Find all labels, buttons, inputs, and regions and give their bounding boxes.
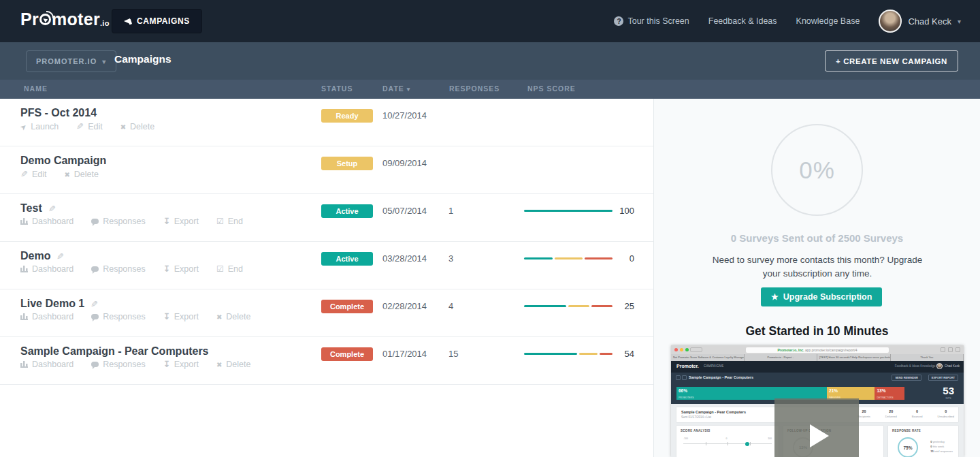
chevron-down-icon: ▾	[958, 18, 961, 25]
comment-icon	[91, 266, 99, 272]
feedback-ideas-label: Feedback & Ideas	[708, 16, 777, 26]
edit-action[interactable]: Edit	[20, 169, 46, 179]
sidebar: 0% 0 Surveys Sent out of 2500 Surveys Ne…	[654, 99, 980, 457]
column-date-sort[interactable]: DATE ▾	[382, 84, 410, 93]
column-responses: RESPONSES	[449, 84, 500, 93]
campaigns-nav-label: CAMPAIGNS	[137, 16, 190, 26]
play-button[interactable]	[774, 398, 859, 457]
end-action[interactable]: End	[216, 264, 243, 274]
delete-icon	[216, 360, 222, 369]
user-menu[interactable]: Chad Keck ▾	[879, 10, 961, 33]
responses-action[interactable]: Responses	[91, 312, 146, 321]
play-icon	[810, 424, 829, 447]
campaign-date: 01/17/2014	[382, 349, 427, 359]
nps-score: 0	[606, 253, 634, 264]
download-icon	[163, 312, 170, 321]
promoter-logo[interactable]: Pr moter .io	[20, 10, 110, 29]
delete-action[interactable]: Delete	[216, 360, 251, 369]
campaigns-nav-button[interactable]: CAMPAIGNS	[112, 9, 202, 33]
top-navbar: Pr moter .io CAMPAIGNS ? Tour this Scree…	[0, 0, 980, 42]
campaign-name[interactable]: Demo	[20, 250, 64, 262]
rename-icon[interactable]	[91, 299, 98, 309]
thumb-nav-buttons	[690, 347, 702, 352]
row-actions: Dashboard Responses Export End	[20, 217, 243, 226]
column-name: NAME	[24, 84, 48, 93]
table-row: Test Dashboard Responses Export End Acti…	[0, 194, 653, 242]
delete-action[interactable]: Delete	[120, 121, 155, 131]
dashboard-action[interactable]: Dashboard	[20, 360, 74, 369]
export-action[interactable]: Export	[163, 312, 199, 321]
dashboard-action[interactable]: Dashboard	[20, 312, 74, 321]
logo-text-pre: Pr	[20, 10, 39, 29]
user-name: Chad Keck	[908, 16, 951, 27]
campaign-name[interactable]: Live Demo 1	[20, 298, 98, 310]
status-badge: Setup	[321, 157, 373, 170]
intro-video-thumbnail[interactable]: Promoter.io, Inc. app.promoter.io/campai…	[671, 345, 964, 457]
responses-count: 3	[448, 253, 453, 264]
table-row: PFS - Oct 2014 Launch Edit Delete Ready …	[0, 99, 653, 146]
upgrade-subscription-label: Upgrade Subscription	[783, 292, 872, 302]
nps-distribution-bar	[524, 257, 612, 260]
dashboard-action[interactable]: Dashboard	[20, 217, 74, 226]
thumb-chrome-icons	[941, 347, 960, 352]
export-action[interactable]: Export	[163, 264, 199, 274]
nps-score: 54	[606, 349, 634, 359]
column-date-label: DATE	[382, 84, 404, 93]
column-status: STATUS	[321, 84, 353, 93]
thumb-score-marker	[745, 442, 749, 446]
usage-percent: 0%	[799, 157, 835, 184]
bar-chart-icon	[20, 266, 28, 272]
download-icon	[163, 217, 170, 226]
dashboard-action[interactable]: Dashboard	[20, 264, 74, 274]
traffic-light-icons	[674, 348, 689, 351]
comment-icon	[91, 219, 99, 224]
campaign-name[interactable]: Test	[20, 202, 56, 215]
edit-icon	[20, 169, 28, 179]
responses-action[interactable]: Responses	[91, 217, 146, 226]
row-actions: Dashboard Responses Export End	[20, 264, 243, 274]
thumb-tab: Thank You	[891, 354, 964, 361]
edit-action[interactable]: Edit	[76, 121, 102, 131]
usage-progress-circle: 0%	[771, 124, 863, 216]
bar-chart-icon	[20, 361, 28, 368]
knowledge-base-link[interactable]: Knowledge Base	[796, 16, 860, 26]
end-action[interactable]: End	[216, 217, 243, 226]
campaign-name[interactable]: Sample Campaign - Pear Computers	[20, 345, 209, 358]
bar-chart-icon	[20, 313, 28, 320]
knowledge-base-label: Knowledge Base	[796, 16, 860, 26]
comment-icon	[91, 362, 99, 367]
nps-distribution-bar	[524, 353, 612, 356]
thumb-tab: [TEST] Have 30 seconds? Help Rackspace s…	[817, 354, 891, 361]
responses-action[interactable]: Responses	[91, 264, 146, 274]
delete-icon	[216, 312, 222, 321]
responses-action[interactable]: Responses	[91, 360, 146, 369]
upgrade-subscription-button[interactable]: ★ Upgrade Subscription	[761, 287, 882, 306]
tour-this-screen-link[interactable]: ? Tour this Screen	[614, 16, 689, 26]
table-row: Demo Campaign Edit Delete Setup 09/09/20…	[0, 146, 653, 194]
create-new-campaign-button[interactable]: + CREATE NEW CAMPAIGN	[825, 50, 958, 72]
org-switcher-button[interactable]: PROMOTER.IO ▾	[26, 50, 116, 72]
thumb-browser-chrome: Promoter.io, Inc. app.promoter.io/campai…	[671, 345, 964, 354]
campaign-name[interactable]: Demo Campaign	[20, 155, 106, 167]
check-square-icon	[216, 264, 224, 274]
logo-text-post: moter	[52, 10, 100, 29]
rename-icon[interactable]	[56, 251, 64, 262]
export-action[interactable]: Export	[163, 217, 199, 226]
rename-icon[interactable]	[48, 204, 56, 214]
delete-action[interactable]: Delete	[216, 312, 251, 321]
nps-score: 100	[606, 206, 634, 216]
campaign-table: PFS - Oct 2014 Launch Edit Delete Ready …	[0, 99, 654, 457]
question-circle-icon: ?	[614, 16, 623, 26]
delete-icon	[64, 170, 69, 179]
campaign-name[interactable]: PFS - Oct 2014	[20, 107, 97, 119]
delete-action[interactable]: Delete	[64, 169, 99, 179]
export-action[interactable]: Export	[163, 360, 199, 369]
launch-action[interactable]: Launch	[20, 121, 59, 131]
responses-count: 15	[448, 349, 458, 359]
tour-this-screen-label: Tour this Screen	[627, 16, 689, 26]
thumb-send-reminder-button: SEND REMINDER	[892, 375, 921, 381]
feedback-ideas-link[interactable]: Feedback & Ideas	[708, 16, 777, 26]
campaign-date: 05/07/2014	[382, 206, 427, 216]
megaphone-logo-icon	[39, 14, 51, 25]
avatar	[879, 10, 902, 33]
